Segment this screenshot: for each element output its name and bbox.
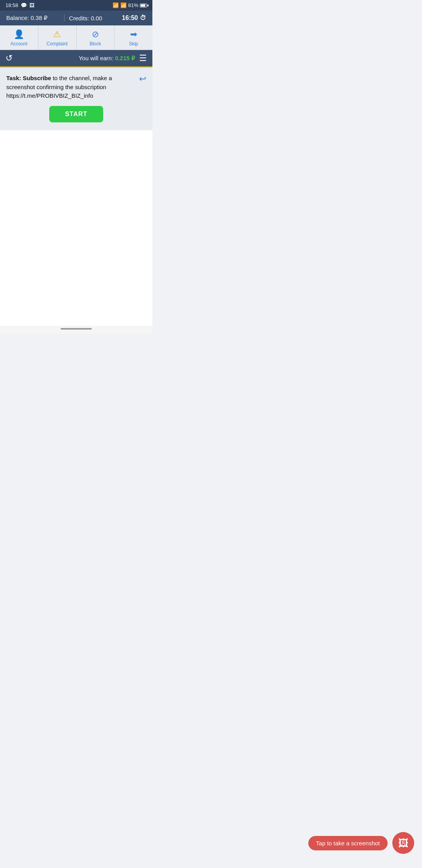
timer-icon: ⏱ xyxy=(140,14,146,22)
main-content xyxy=(0,130,152,326)
account-icon: 👤 xyxy=(14,29,24,39)
gallery-icon: 🖼 xyxy=(29,2,34,8)
nav-tabs: 👤 Account ⚠ Complaint ⊘ Block ➡ Skip xyxy=(0,25,152,50)
task-area: Task: Subscribe to the channel, make a s… xyxy=(0,68,152,130)
complaint-icon: ⚠ xyxy=(53,29,61,39)
timer-display: 16:50 ⏱ xyxy=(122,14,146,22)
block-icon: ⊘ xyxy=(92,29,99,39)
earn-amount: 0.215 ₽ xyxy=(115,55,135,61)
wifi-icon: 📶 xyxy=(113,2,119,8)
skip-icon: ➡ xyxy=(130,29,137,39)
status-bar: 18:58 💬 🖼 📶 📶 81% xyxy=(0,0,152,11)
status-time: 18:58 xyxy=(5,2,18,8)
earn-text: You will earn: 0.215 ₽ xyxy=(13,55,135,62)
start-button[interactable]: START xyxy=(49,106,103,122)
tab-account[interactable]: 👤 Account xyxy=(0,25,38,50)
balance-label: Balance: 0.38 ₽ xyxy=(6,14,59,22)
task-description: Task: Subscribe to the channel, make a s… xyxy=(6,74,146,100)
tab-account-label: Account xyxy=(11,41,27,47)
reply-icon[interactable]: ↩ xyxy=(139,74,146,84)
tab-complaint-label: Complaint xyxy=(46,41,68,47)
credits-label: Credits: 0.00 xyxy=(69,15,122,22)
balance-bar: Balance: 0.38 ₽ Credits: 0.00 16:50 ⏱ xyxy=(0,11,152,25)
status-left: 18:58 💬 🖼 xyxy=(5,2,34,8)
balance-divider xyxy=(64,14,64,22)
status-right: 📶 📶 81% xyxy=(113,2,147,8)
task-bold: Task: Subscribe xyxy=(6,75,51,81)
task-link[interactable]: https://t.me/PROBIVBIZ_BIZ_info xyxy=(6,92,93,99)
tab-complaint[interactable]: ⚠ Complaint xyxy=(38,25,77,50)
signal-icon: 📶 xyxy=(120,2,127,8)
timer-value: 16:50 xyxy=(122,14,138,22)
tab-skip-label: Skip xyxy=(129,41,138,47)
toolbar: ↺ You will earn: 0.215 ₽ ☰ xyxy=(0,50,152,68)
menu-icon[interactable]: ☰ xyxy=(139,53,147,63)
battery-icon xyxy=(140,4,147,7)
refresh-button[interactable]: ↺ xyxy=(5,53,13,63)
tab-block-label: Block xyxy=(89,41,101,47)
nav-bottom xyxy=(0,326,152,334)
tab-block[interactable]: ⊘ Block xyxy=(77,25,115,50)
nav-bar-indicator xyxy=(61,328,92,330)
tab-skip[interactable]: ➡ Skip xyxy=(114,25,152,50)
battery-percent: 81% xyxy=(128,2,138,8)
earn-prefix: You will earn: xyxy=(79,55,115,61)
messenger-icon: 💬 xyxy=(21,2,27,8)
